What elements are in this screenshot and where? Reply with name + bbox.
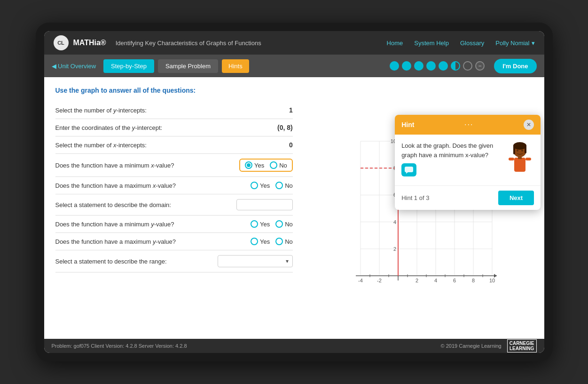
question-row-1: Select the number of y-intercepts: 1 xyxy=(55,102,293,119)
q4-no-radio[interactable] xyxy=(270,161,277,169)
hint-next-button[interactable]: Next xyxy=(498,191,534,205)
chat-icon xyxy=(401,163,416,176)
q2-value: (0, 8) xyxy=(265,124,293,131)
q5-no-label: No xyxy=(285,182,293,189)
q8-yes-label: Yes xyxy=(260,238,270,245)
bottom-right: © 2019 Carnegie Learning CARNEGIE LEARNI… xyxy=(441,339,537,352)
q1-label: Select the number of y-intercepts: xyxy=(55,107,265,114)
hint-footer: Hint 1 of 3 Next xyxy=(395,185,541,210)
q1-value: 1 xyxy=(265,106,293,114)
device-frame: CL MATHia® Identifying Key Characteristi… xyxy=(36,23,553,361)
svg-point-7 xyxy=(521,150,523,152)
bottom-bar: Problem: gof075 Client Version: 4.2.8 Se… xyxy=(44,339,544,353)
progress-dot-1 xyxy=(390,61,399,71)
screen: CL MATHia® Identifying Key Characteristi… xyxy=(44,31,544,353)
progress-dot-2 xyxy=(402,61,411,71)
q3-value: 0 xyxy=(265,141,293,149)
svg-marker-1 xyxy=(406,172,408,174)
question-row-6: Select a statement to describe the domai… xyxy=(55,194,293,216)
hints-button[interactable]: Hints xyxy=(222,59,249,73)
hint-body: Look at the graph. Does the given graph … xyxy=(395,135,541,185)
svg-point-6 xyxy=(517,150,518,152)
q4-yes-radio[interactable] xyxy=(245,161,252,169)
q8-yes-radio[interactable] xyxy=(251,238,258,245)
progress-dots: − xyxy=(390,61,485,71)
q5-yes-radio[interactable] xyxy=(251,182,258,189)
step-by-step-button[interactable]: Step-by-Step xyxy=(103,59,154,73)
carnegie-learning-logo: CARNEGIE LEARNING xyxy=(507,339,537,352)
q5-radio-group: Yes No xyxy=(251,182,293,189)
q9-label: Select a statement to describe the range… xyxy=(55,258,218,265)
q5-no-option[interactable]: No xyxy=(275,182,293,189)
question-row-4: Does the function have a minimum x-value… xyxy=(55,154,293,177)
q4-yes-option[interactable]: Yes xyxy=(245,161,264,169)
svg-rect-0 xyxy=(405,167,413,172)
q7-yes-option[interactable]: Yes xyxy=(251,220,270,228)
q4-label: Does the function have a minimum x-value… xyxy=(55,162,239,169)
right-panel: 0 ▼ Hint ··· ✕ Look at the graph. Does t… xyxy=(304,77,544,339)
logo: CL xyxy=(54,35,69,50)
copyright: © 2019 Carnegie Learning xyxy=(441,343,502,349)
q7-radio-group: Yes No xyxy=(251,220,293,228)
svg-rect-5 xyxy=(525,145,526,153)
q9-dropdown[interactable]: ▾ xyxy=(218,255,293,267)
q7-no-label: No xyxy=(285,221,293,228)
q4-no-label: No xyxy=(279,162,287,169)
chevron-down-icon: ▾ xyxy=(286,258,289,264)
q5-no-radio[interactable] xyxy=(275,182,283,189)
q8-no-radio[interactable] xyxy=(275,238,283,245)
hint-close-button[interactable]: ✕ xyxy=(524,120,534,130)
unit-overview-link[interactable]: ◀ Unit Overview xyxy=(52,63,96,70)
question-row-9: Select a statement to describe the range… xyxy=(55,250,293,272)
q8-yes-option[interactable]: Yes xyxy=(251,238,270,245)
left-panel: Use the graph to answer all of the quest… xyxy=(44,77,304,339)
svg-rect-10 xyxy=(509,158,514,160)
instructions: Use the graph to answer all of the quest… xyxy=(55,87,293,94)
q5-yes-label: Yes xyxy=(260,182,270,189)
progress-dot-5 xyxy=(439,61,448,71)
im-done-button[interactable]: I'm Done xyxy=(494,59,536,73)
q7-label: Does the function have a minimum y-value… xyxy=(55,221,251,228)
glossary-link[interactable]: Glossary xyxy=(460,40,484,47)
progress-dot-3 xyxy=(414,61,423,71)
question-row-3: Select the number of x-intercepts: 0 xyxy=(55,136,293,154)
hint-text: Look at the graph. Does the given graph … xyxy=(401,141,500,160)
nav-links: Home System Help Glossary Polly Nomial ▾ xyxy=(387,40,535,47)
hint-title: Hint xyxy=(401,121,414,128)
hint-dialog: Hint ··· ✕ Look at the graph. Does the g… xyxy=(395,115,541,210)
sub-nav: ◀ Unit Overview Step-by-Step Sample Prob… xyxy=(44,55,544,77)
q8-no-label: No xyxy=(285,238,293,245)
q8-label: Does the function have a maximum y-value… xyxy=(55,238,251,245)
question-row-7: Does the function have a minimum y-value… xyxy=(55,216,293,233)
q4-radio-group: Yes No xyxy=(239,159,293,172)
progress-dot-7 xyxy=(463,61,472,71)
q8-no-option[interactable]: No xyxy=(275,238,293,245)
q7-no-option[interactable]: No xyxy=(275,220,293,228)
q7-yes-label: Yes xyxy=(260,221,270,228)
hint-dots: ··· xyxy=(464,120,473,129)
home-link[interactable]: Home xyxy=(387,40,403,47)
q5-label: Does the function have a maximum x-value… xyxy=(55,182,251,189)
svg-rect-4 xyxy=(513,145,515,154)
svg-rect-8 xyxy=(514,158,525,172)
bottom-info: Problem: gof075 Client Version: 4.2.8 Se… xyxy=(52,343,187,349)
q6-label: Select a statement to describe the domai… xyxy=(55,201,236,208)
progress-dot-6 xyxy=(451,61,460,71)
page-title: Identifying Key Characteristics of Graph… xyxy=(116,40,387,47)
q5-yes-option[interactable]: Yes xyxy=(251,182,270,189)
q7-no-radio[interactable] xyxy=(275,220,283,228)
question-row-5: Does the function have a maximum x-value… xyxy=(55,177,293,194)
main-content: Use the graph to answer all of the quest… xyxy=(44,77,544,339)
progress-dot-4 xyxy=(426,61,436,71)
hint-counter: Hint 1 of 3 xyxy=(401,194,429,201)
q6-select[interactable] xyxy=(236,199,293,210)
q4-no-option[interactable]: No xyxy=(270,161,287,169)
sample-problem-button[interactable]: Sample Problem xyxy=(158,59,218,73)
system-help-link[interactable]: System Help xyxy=(414,40,449,47)
user-menu[interactable]: Polly Nomial ▾ xyxy=(495,40,534,47)
q2-label: Enter the coordinates of the y-intercept… xyxy=(55,124,265,131)
hint-header: Hint ··· ✕ xyxy=(395,115,541,135)
q7-yes-radio[interactable] xyxy=(251,220,258,228)
svg-rect-11 xyxy=(525,158,531,160)
q8-radio-group: Yes No xyxy=(251,238,293,245)
